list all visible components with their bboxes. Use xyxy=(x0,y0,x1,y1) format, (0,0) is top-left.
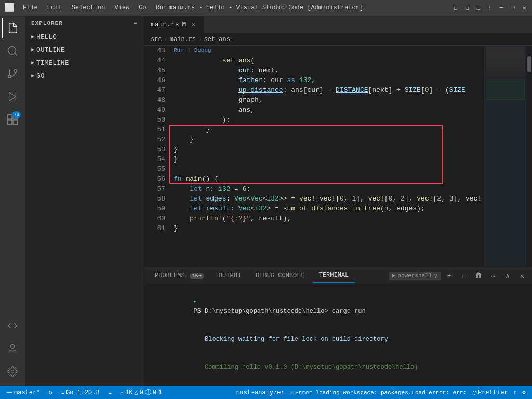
upload-icon: ⬆ xyxy=(513,389,517,396)
sidebar-item-hello[interactable]: ► HELLO xyxy=(25,32,144,43)
sidebar-hello-label: HELLO xyxy=(36,33,57,41)
tab-terminal[interactable]: TERMINAL xyxy=(313,269,355,283)
svg-rect-9 xyxy=(8,120,12,124)
info-icon: ⓘ xyxy=(145,388,151,397)
status-settings2[interactable]: ⚙ xyxy=(520,389,528,396)
run-debug-bar[interactable]: Run | Debug xyxy=(169,46,484,56)
activity-extensions[interactable]: 76 xyxy=(2,109,23,130)
activity-search[interactable] xyxy=(2,41,23,61)
code-line-55: fn main() { xyxy=(169,174,484,184)
activity-remote[interactable] xyxy=(2,315,23,336)
minimize-icon[interactable]: ◻ xyxy=(463,4,471,11)
breadcrumb-sep1: › xyxy=(164,36,168,43)
status-bar: ⸻ master* ↻ ☁ Go 1.20.3 ☁ ⚠ 1K △ 0 ⓘ 0 1… xyxy=(0,386,532,399)
terminal-blocking: Blocking waiting for file lock on build … xyxy=(193,336,388,343)
code-line-56: let n: i32 = 6; xyxy=(169,184,484,194)
status-prettier[interactable]: ◯ Prettier xyxy=(471,389,510,396)
sidebar-more-icon[interactable]: ⋯ xyxy=(134,20,138,26)
activity-source-control[interactable] xyxy=(2,63,23,84)
menu-go[interactable]: Go xyxy=(135,3,150,12)
rust-analyzer-label: rust-analyzer xyxy=(236,389,285,396)
svg-point-0 xyxy=(8,47,16,55)
sidebar-item-outline[interactable]: ► OUTLINE xyxy=(25,45,144,56)
code-line-58: let result: Vec<i32> = sum_of_distances_… xyxy=(169,204,484,214)
activity-run[interactable] xyxy=(2,86,23,107)
maximize-button[interactable]: □ xyxy=(509,4,516,11)
sidebar-outline-label: OUTLINE xyxy=(36,46,65,54)
panel-close-icon[interactable]: ✕ xyxy=(516,270,528,282)
layout-icon[interactable]: ◻ xyxy=(452,4,459,11)
tab-close-icon[interactable]: ✕ xyxy=(189,20,197,29)
menu-edit[interactable]: Edit xyxy=(43,3,66,12)
sidebar-item-timeline[interactable]: ► TIMELINE xyxy=(25,58,144,69)
menu-run[interactable]: Run xyxy=(152,3,171,12)
status-upload[interactable]: ⬆ xyxy=(511,389,519,396)
chevron-right-icon: ► xyxy=(31,34,34,40)
split-terminal-icon[interactable]: ◻ xyxy=(458,270,470,282)
code-editor[interactable]: 43 44 45 46 47 48 49 50 51 52 53 54 55 5… xyxy=(144,46,532,267)
code-content[interactable]: Run | Debug set_ans( cur: next, father: … xyxy=(169,46,484,267)
svg-point-3 xyxy=(14,70,17,73)
terminal-line-1: ● PS D:\mysetup\gopath\rustcode\hello> c… xyxy=(149,287,528,325)
tab-debug-console[interactable]: DEBUG CONSOLE xyxy=(249,269,311,283)
sidebar-section-go: ► GO xyxy=(25,70,144,83)
svg-point-11 xyxy=(11,345,15,349)
vertical-scrollbar[interactable] xyxy=(526,46,532,267)
minimap xyxy=(484,46,526,267)
shell-dropdown-icon[interactable]: ∨ xyxy=(434,273,437,280)
breadcrumb-main-rs[interactable]: main.rs xyxy=(170,36,196,43)
tab-main-rs[interactable]: main.rs M ✕ xyxy=(144,16,204,33)
code-line-43: set_ans( xyxy=(169,56,484,65)
status-error-message[interactable]: ⚠ Error loading workspace: packages.Load… xyxy=(288,389,470,396)
terminal-prompt-1: PS D:\mysetup\gopath\rustcode\hello> car… xyxy=(193,308,365,315)
breadcrumb-src[interactable]: src xyxy=(151,36,162,43)
status-problems-count[interactable]: ⚠ 1K △ 0 ⓘ 0 1 xyxy=(118,388,164,397)
panel: PROBLEMS 1K+ OUTPUT DEBUG CONSOLE TERMIN… xyxy=(144,267,532,386)
svg-point-4 xyxy=(8,75,11,78)
error-icon: ⚠ xyxy=(120,389,124,396)
error-message-text: Error loading workspace: packages.Load e… xyxy=(295,390,470,396)
terminal-compiling: Compiling hello v0.1.0 (D:\mysetup\gopat… xyxy=(193,364,418,371)
tab-output[interactable]: OUTPUT xyxy=(212,269,247,283)
run-debug-separator: | xyxy=(187,47,194,54)
panel-tab-bar: PROBLEMS 1K+ OUTPUT DEBUG CONSOLE TERMIN… xyxy=(144,267,532,285)
status-cloud[interactable]: ☁ xyxy=(106,389,114,396)
activity-accounts[interactable] xyxy=(2,338,23,359)
grid-icon[interactable]: ⁝ xyxy=(486,4,494,11)
branch-icon: ⸻ xyxy=(6,389,12,396)
panel-tab-controls: ► powershell ∨ + ◻ 🗑 ⋯ ∧ ✕ xyxy=(389,270,528,282)
minimize-button[interactable]: — xyxy=(498,4,505,11)
status-branch[interactable]: ⸻ master* xyxy=(4,389,42,396)
debug-link[interactable]: Debug xyxy=(194,47,211,54)
run-link[interactable]: Run xyxy=(174,47,184,54)
shell-indicator[interactable]: ► powershell ∨ xyxy=(389,272,441,280)
close-button[interactable]: ✕ xyxy=(521,4,528,11)
terminal-content[interactable]: ● PS D:\mysetup\gopath\rustcode\hello> c… xyxy=(144,285,532,386)
menu-view[interactable]: View xyxy=(110,3,134,12)
sidebar-item-go[interactable]: ► GO xyxy=(25,71,144,82)
menu-file[interactable]: File xyxy=(19,3,42,12)
settings-icon: ⚙ xyxy=(522,389,526,396)
panel-maximize-icon[interactable]: ∧ xyxy=(502,270,513,282)
status-go-version[interactable]: ☁ Go 1.20.3 xyxy=(59,389,102,396)
activity-explorer[interactable] xyxy=(2,18,23,38)
new-terminal-icon[interactable]: + xyxy=(444,270,455,282)
code-line-60: } xyxy=(169,223,484,233)
sidebar-section-timeline: ► TIMELINE xyxy=(25,57,144,70)
menu-bar: File Edit Selection View Go Run ... xyxy=(19,3,192,12)
menu-selection[interactable]: Selection xyxy=(68,3,110,12)
tab-problems[interactable]: PROBLEMS 1K+ xyxy=(149,269,210,283)
chevron-right-icon-go: ► xyxy=(31,73,34,79)
status-rust-analyzer[interactable]: rust-analyzer xyxy=(234,389,287,396)
more-panel-icon[interactable]: ⋯ xyxy=(487,270,499,282)
sidebar-section-outline: ► OUTLINE xyxy=(25,44,144,57)
kill-terminal-icon[interactable]: 🗑 xyxy=(473,270,484,282)
breadcrumb-set-ans[interactable]: set_ans xyxy=(204,36,230,43)
svg-point-12 xyxy=(11,370,14,373)
activity-settings[interactable] xyxy=(2,361,23,382)
triangle-icon: △ xyxy=(135,389,138,396)
status-sync[interactable]: ↻ xyxy=(46,389,54,396)
activity-bar: 76 xyxy=(0,16,25,386)
tile-icon[interactable]: ◻ xyxy=(475,4,482,11)
status-right: rust-analyzer ⚠ Error loading workspace:… xyxy=(234,389,528,396)
